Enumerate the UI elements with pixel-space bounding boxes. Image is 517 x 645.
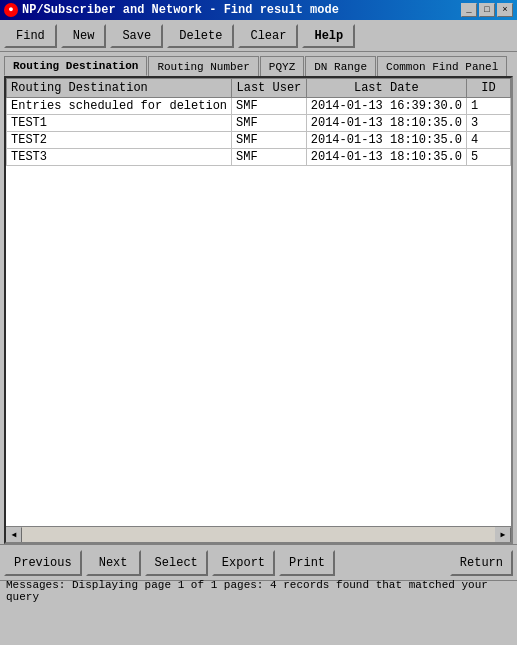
cell-last-date: 2014-01-13 18:10:35.0 (306, 115, 466, 132)
close-button[interactable]: × (497, 3, 513, 17)
cell-routing-destination: Entries scheduled for deletion (7, 98, 232, 115)
tab-routing-destination[interactable]: Routing Destination (4, 56, 147, 76)
export-button[interactable]: Export (212, 550, 275, 576)
scroll-right-button[interactable]: ▶ (495, 527, 511, 543)
help-button[interactable]: Help (302, 24, 355, 48)
maximize-button[interactable]: □ (479, 3, 495, 17)
table-row[interactable]: Entries scheduled for deletionSMF2014-01… (7, 98, 511, 115)
cell-last-user: SMF (232, 132, 307, 149)
title-bar: ● NP/Subscriber and Network - Find resul… (0, 0, 517, 20)
cell-id: 4 (467, 132, 511, 149)
cell-id: 1 (467, 98, 511, 115)
clear-button[interactable]: Clear (238, 24, 298, 48)
minimize-button[interactable]: _ (461, 3, 477, 17)
select-button[interactable]: Select (145, 550, 208, 576)
next-button[interactable]: Next (86, 550, 141, 576)
toolbar: Find New Save Delete Clear Help (0, 20, 517, 52)
tab-common-find-panel[interactable]: Common Find Panel (377, 56, 507, 76)
table-row[interactable]: TEST1SMF2014-01-13 18:10:35.03 (7, 115, 511, 132)
cell-last-date: 2014-01-13 18:10:35.0 (306, 132, 466, 149)
col-header-last-date: Last Date (306, 79, 466, 98)
horizontal-scrollbar[interactable]: ◀ ▶ (6, 526, 511, 542)
delete-button[interactable]: Delete (167, 24, 234, 48)
window-title: NP/Subscriber and Network - Find result … (22, 3, 339, 17)
tabs-container: Routing Destination Routing Number PQYZ … (0, 52, 517, 76)
tab-routing-number[interactable]: Routing Number (148, 56, 258, 76)
status-bar: Messages: Displaying page 1 of 1 pages: … (0, 580, 517, 600)
col-header-last-user: Last User (232, 79, 307, 98)
scroll-left-button[interactable]: ◀ (6, 527, 22, 543)
find-button[interactable]: Find (4, 24, 57, 48)
tab-pqyz[interactable]: PQYZ (260, 56, 304, 76)
print-button[interactable]: Print (279, 550, 335, 576)
save-button[interactable]: Save (110, 24, 163, 48)
scroll-track[interactable] (22, 527, 495, 542)
cell-last-date: 2014-01-13 18:10:35.0 (306, 149, 466, 166)
cell-last-user: SMF (232, 149, 307, 166)
results-table: Routing Destination Last User Last Date … (6, 78, 511, 166)
tab-dn-range[interactable]: DN Range (305, 56, 376, 76)
previous-button[interactable]: Previous (4, 550, 82, 576)
cell-routing-destination: TEST2 (7, 132, 232, 149)
table-wrapper: Routing Destination Last User Last Date … (6, 78, 511, 526)
col-header-id: ID (467, 79, 511, 98)
return-button[interactable]: Return (450, 550, 513, 576)
window-controls: _ □ × (461, 3, 513, 17)
cell-last-user: SMF (232, 115, 307, 132)
cell-routing-destination: TEST1 (7, 115, 232, 132)
col-header-routing-destination: Routing Destination (7, 79, 232, 98)
cell-id: 3 (467, 115, 511, 132)
table-row[interactable]: TEST3SMF2014-01-13 18:10:35.05 (7, 149, 511, 166)
status-message: Messages: Displaying page 1 of 1 pages: … (6, 579, 511, 603)
bottom-toolbar: Previous Next Select Export Print Return (0, 544, 517, 580)
cell-last-user: SMF (232, 98, 307, 115)
table-row[interactable]: TEST2SMF2014-01-13 18:10:35.04 (7, 132, 511, 149)
cell-last-date: 2014-01-13 16:39:30.0 (306, 98, 466, 115)
cell-routing-destination: TEST3 (7, 149, 232, 166)
cell-id: 5 (467, 149, 511, 166)
app-icon: ● (4, 3, 18, 17)
new-button[interactable]: New (61, 24, 107, 48)
